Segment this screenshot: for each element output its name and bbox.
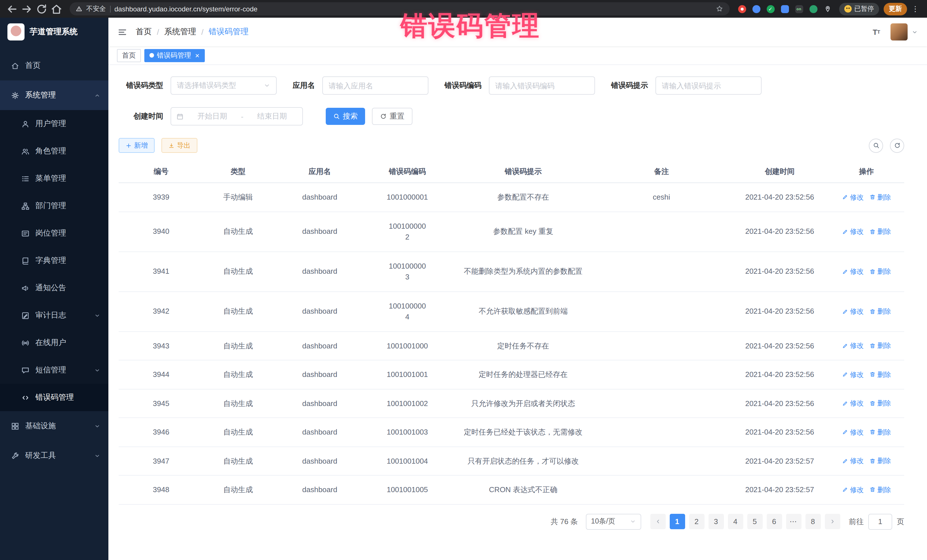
breadcrumb-item-system[interactable]: 系统管理 <box>164 27 196 37</box>
error-type-select[interactable]: 请选择错误码类型 <box>170 76 277 95</box>
app-logo-area[interactable]: 芋道管理系统 <box>0 18 108 46</box>
page-button-3[interactable]: 3 <box>708 514 723 529</box>
page-unit-label: 页 <box>897 516 904 527</box>
paused-label: 已暂停 <box>854 5 874 13</box>
ext-green-icon[interactable] <box>808 4 818 14</box>
ext-red-icon[interactable] <box>737 4 746 14</box>
toggle-search-button[interactable] <box>869 138 883 153</box>
reset-button[interactable]: 重置 <box>372 108 412 125</box>
sidebar-item-role-management[interactable]: 角色管理 <box>0 137 108 165</box>
cell-remark <box>599 223 725 240</box>
hamburger-icon[interactable] <box>117 27 127 37</box>
delete-link[interactable]: 删除 <box>869 398 891 408</box>
sidebar-item-home[interactable]: 首页 <box>0 51 108 80</box>
delete-link[interactable]: 删除 <box>869 427 891 437</box>
ext-pin-icon[interactable] <box>823 4 832 14</box>
add-button[interactable]: 新增 <box>119 138 155 153</box>
table-toolbar: 新增 导出 <box>119 138 904 153</box>
error-code-input[interactable] <box>489 76 595 95</box>
delete-link[interactable]: 删除 <box>869 370 891 380</box>
error-hint-input[interactable] <box>655 76 761 95</box>
reload-icon[interactable] <box>35 3 48 15</box>
edit-link[interactable]: 修改 <box>842 192 864 202</box>
tools-icon <box>11 451 20 460</box>
sidebar-item-post-management[interactable]: 岗位管理 <box>0 220 108 247</box>
home-icon[interactable] <box>50 3 63 15</box>
profile-paused-badge[interactable]: 已暂停 <box>839 3 879 15</box>
omnibox[interactable]: 不安全 dashboard.yudao.iocoder.cn/system/er… <box>70 2 729 15</box>
cell-time: 2021-04-20 23:52:56 <box>724 360 835 389</box>
page-button-8[interactable]: 8 <box>805 514 821 529</box>
ext-blue-icon[interactable] <box>752 4 761 14</box>
sidebar-item-system-management[interactable]: 系统管理 <box>0 80 108 110</box>
sidebar-item-notice-announcement[interactable]: 通知公告 <box>0 274 108 302</box>
export-button[interactable]: 导出 <box>161 138 198 153</box>
edit-link[interactable]: 修改 <box>842 306 864 317</box>
sidebar-item-infrastructure[interactable]: 基础设施 <box>0 411 108 441</box>
tag-error-code-management[interactable]: 错误码管理× <box>144 49 205 62</box>
edit-link[interactable]: 修改 <box>842 341 864 351</box>
sidebar-item-audit-log[interactable]: 审计日志 <box>0 302 108 329</box>
edit-link[interactable]: 修改 <box>842 226 864 237</box>
delete-link[interactable]: 删除 <box>869 485 891 495</box>
edit-link[interactable]: 修改 <box>842 485 864 495</box>
ext-green-check-icon[interactable]: ✓ <box>766 4 775 14</box>
sidebar-item-menu-management[interactable]: 菜单管理 <box>0 165 108 192</box>
cell-id: 3947 <box>119 447 204 475</box>
page-button-5[interactable]: 5 <box>747 514 763 529</box>
edit-link[interactable]: 修改 <box>842 398 864 408</box>
delete-link[interactable]: 删除 <box>869 192 891 202</box>
tag-home[interactable]: 首页 <box>117 49 141 62</box>
ext-dark-on-icon[interactable]: on <box>794 4 804 14</box>
forward-icon[interactable] <box>21 3 33 15</box>
sidebar-item-online-users[interactable]: 在线用户 <box>0 329 108 357</box>
user-avatar[interactable] <box>891 23 907 41</box>
cell-operations: 修改删除 <box>835 419 898 446</box>
sidebar-item-user-management[interactable]: 用户管理 <box>0 110 108 137</box>
refresh-table-button[interactable] <box>890 138 904 153</box>
more-pages-button[interactable]: ⋯ <box>786 514 801 529</box>
avatar-caret-icon[interactable] <box>912 29 918 35</box>
date-range-picker[interactable]: 开始日期 - 结束日期 <box>170 107 303 126</box>
close-icon[interactable]: × <box>195 52 199 59</box>
sidebar-item-dept-management[interactable]: 部门管理 <box>0 192 108 220</box>
next-page-button[interactable] <box>825 514 840 529</box>
app-name-input[interactable] <box>322 76 429 95</box>
cell-type: 自动生成 <box>204 418 272 446</box>
page-button-2[interactable]: 2 <box>689 514 704 529</box>
audit-log-icon <box>21 311 30 320</box>
delete-link[interactable]: 删除 <box>869 226 891 237</box>
sidebar-item-dict-management[interactable]: 字典管理 <box>0 247 108 274</box>
page-button-1[interactable]: 1 <box>669 514 685 529</box>
kebab-menu-icon[interactable]: ⋮ <box>912 5 919 13</box>
edit-link[interactable]: 修改 <box>842 427 864 437</box>
chevron-down-icon <box>264 82 271 89</box>
page-button-6[interactable]: 6 <box>766 514 782 529</box>
delete-link[interactable]: 删除 <box>869 306 891 317</box>
page-size-select[interactable]: 10条/页 <box>586 513 641 530</box>
sidebar-item-dev-tools[interactable]: 研发工具 <box>0 441 108 470</box>
search-button[interactable]: 搜索 <box>326 108 365 125</box>
delete-link[interactable]: 删除 <box>869 456 891 466</box>
back-icon[interactable] <box>6 3 18 15</box>
edit-link[interactable]: 修改 <box>842 370 864 380</box>
cell-time: 2021-04-20 23:52:56 <box>724 389 835 417</box>
font-size-icon[interactable]: TT <box>873 28 880 36</box>
sidebar-item-error-code-management[interactable]: 错误码管理 <box>0 384 108 411</box>
edit-link[interactable]: 修改 <box>842 266 864 276</box>
sidebar-item-sms-management[interactable]: 短信管理 <box>0 357 108 384</box>
column-header: 备注 <box>599 161 725 182</box>
edit-link[interactable]: 修改 <box>842 456 864 466</box>
delete-link[interactable]: 删除 <box>869 341 891 351</box>
chrome-update-button[interactable]: 更新 <box>884 3 907 15</box>
cell-time: 2021-04-20 23:52:56 <box>724 258 835 286</box>
bookmark-star-icon[interactable] <box>716 5 723 12</box>
goto-page-input[interactable] <box>868 513 892 530</box>
screenshot-root: 不安全 dashboard.yudao.iocoder.cn/system/er… <box>0 0 927 560</box>
cell-operations: 修改删除 <box>835 218 898 245</box>
page-button-4[interactable]: 4 <box>728 514 743 529</box>
breadcrumb-item-home[interactable]: 首页 <box>136 27 152 37</box>
prev-page-button[interactable] <box>650 514 666 529</box>
delete-link[interactable]: 删除 <box>869 266 891 276</box>
ext-grid-icon[interactable] <box>780 4 789 14</box>
